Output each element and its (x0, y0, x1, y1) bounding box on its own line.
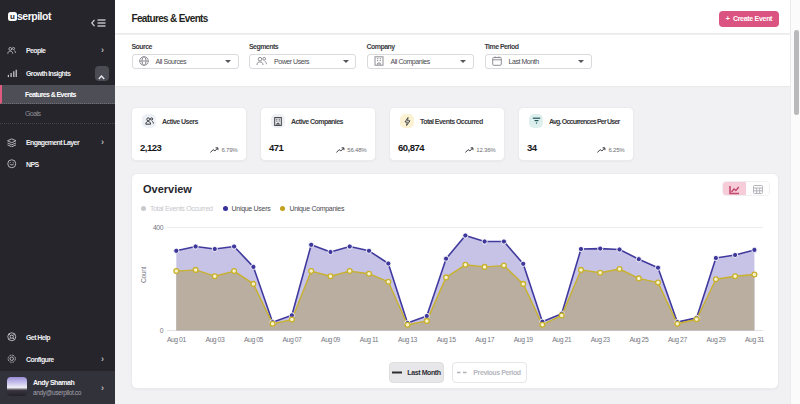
svg-text:Aug 29: Aug 29 (706, 336, 726, 344)
svg-text:400: 400 (153, 224, 164, 231)
svg-text:Aug 01: Aug 01 (167, 336, 187, 344)
svg-text:Aug 21: Aug 21 (552, 336, 572, 344)
svg-text:Aug 19: Aug 19 (514, 336, 534, 344)
svg-text:Aug 27: Aug 27 (668, 336, 688, 344)
svg-text:Aug 17: Aug 17 (475, 336, 495, 344)
svg-text:Aug 03: Aug 03 (205, 336, 225, 344)
svg-text:Aug 09: Aug 09 (321, 336, 341, 344)
svg-text:Aug 31: Aug 31 (745, 336, 765, 344)
svg-text:Aug 15: Aug 15 (437, 336, 457, 344)
svg-text:0: 0 (160, 327, 164, 334)
svg-text:Aug 07: Aug 07 (282, 336, 302, 344)
svg-text:Aug 13: Aug 13 (398, 336, 418, 344)
svg-text:Aug 25: Aug 25 (629, 336, 649, 344)
svg-text:Count: Count (140, 266, 147, 282)
svg-text:Aug 23: Aug 23 (591, 336, 611, 344)
svg-text:Aug 05: Aug 05 (244, 336, 264, 344)
svg-text:Aug 11: Aug 11 (360, 336, 379, 344)
